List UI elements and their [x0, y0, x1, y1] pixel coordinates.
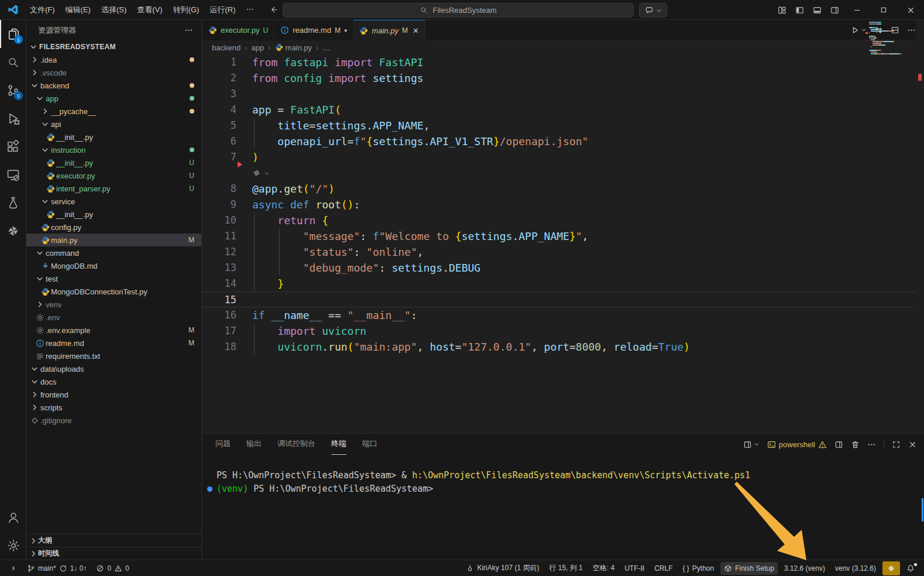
command-decoration[interactable] — [207, 486, 212, 492]
statusbar-cursor-position[interactable]: 行 15, 列 1 — [545, 562, 586, 575]
terminal[interactable]: PS H:\OwnProject\FilesReadSysteam> & h:\… — [217, 455, 912, 560]
copilot-button[interactable] — [639, 3, 667, 18]
close-panel-icon[interactable] — [908, 440, 917, 449]
statusbar-venv-version[interactable]: venv (3.12.6) — [832, 562, 880, 575]
tab-executor-py[interactable]: executor.pyU — [202, 20, 274, 40]
activitybar-remote-explorer[interactable] — [0, 160, 26, 188]
code-line-4[interactable]: 4app = FastAPI( — [202, 102, 924, 118]
code-line-5[interactable]: 5 title=settings.APP_NAME, — [202, 118, 924, 133]
statusbar-eol[interactable]: CRLF — [651, 562, 676, 575]
panel-tab-终端[interactable]: 终端 — [331, 434, 346, 455]
tree-file-readme-md[interactable]: readme.mdM — [26, 337, 201, 349]
breadcrumb-item[interactable]: backend — [212, 43, 241, 52]
tree-file--init-py[interactable]: __init__.pyU — [26, 156, 201, 169]
tree-folder-service[interactable]: service — [26, 195, 201, 208]
sidebar-section-outline[interactable]: 大纲 — [26, 534, 201, 547]
tree-file-requirements-txt[interactable]: requirements.txt — [26, 349, 201, 362]
code-line-1[interactable]: 1from fastapi import FastAPI — [202, 54, 924, 70]
more-actions-icon[interactable] — [184, 26, 193, 35]
close-tab-icon[interactable]: ✕ — [413, 26, 419, 35]
statusbar-finish-setup[interactable]: Finish Setup — [720, 562, 778, 575]
activitybar-run-and-debug[interactable] — [0, 104, 26, 132]
toggle-panel-icon[interactable] — [808, 0, 826, 20]
tree-file--env-example[interactable]: .env.exampleM — [26, 324, 201, 337]
sidebar-section-timeline[interactable]: 时间线 — [26, 547, 201, 560]
code-line-6[interactable]: 6 openapi_url=f"{settings.API_V1_STR}/op… — [202, 133, 924, 149]
tree-folder--vscode[interactable]: .vscode — [26, 66, 201, 79]
tree-folder-command[interactable]: command — [26, 246, 201, 259]
tree-folder-instruction[interactable]: instruction — [26, 143, 201, 156]
maximize-button[interactable] — [870, 0, 897, 20]
code-line-14[interactable]: 14 } — [202, 276, 924, 292]
statusbar-notifications[interactable] — [903, 562, 918, 575]
tree-folder-scripts[interactable]: scripts — [26, 401, 201, 414]
tree-file-executor-py[interactable]: executor.pyU — [26, 169, 201, 182]
panel-tab-端口[interactable]: 端口 — [362, 434, 377, 455]
breadcrumb-item[interactable]: main.py — [275, 43, 312, 52]
statusbar-extension-gold[interactable] — [882, 561, 900, 575]
statusbar-indentation[interactable]: 空格: 4 — [589, 562, 618, 575]
code-line-13[interactable]: 13 "debug_mode": settings.DEBUG — [202, 260, 924, 276]
split-terminal-icon[interactable] — [834, 440, 843, 449]
tree-file-mongodb-md[interactable]: MongoDB.md — [26, 259, 201, 272]
command-center-search[interactable]: FilesReadSysteam — [283, 3, 634, 18]
code-line-12[interactable]: 12 "status": "online", — [202, 244, 924, 260]
tab-main-py[interactable]: main.pyM✕ — [353, 20, 425, 40]
tree-folder--pycache-[interactable]: __pycache__ — [26, 105, 201, 118]
activitybar-source-control[interactable]: 9 — [0, 76, 26, 104]
code-line-10[interactable]: 10 return { — [202, 212, 924, 228]
customize-layout-icon[interactable] — [773, 0, 791, 20]
code-line-2[interactable]: 2from config import settings — [202, 70, 924, 86]
tree-file-intent-parser-py[interactable]: intent_parser.pyU — [26, 182, 201, 195]
tree-file--gitignore[interactable]: .gitignore — [26, 414, 201, 427]
statusbar-branch-status[interactable]: main*1↓ 0↑ — [23, 562, 90, 575]
nav-back-icon[interactable] — [269, 5, 278, 14]
tab-readme-md[interactable]: readme.mdM● — [274, 20, 353, 40]
tree-root[interactable]: FILESREADSYSTEAM — [26, 40, 201, 53]
statusbar-python-version[interactable]: 3.12.6 (venv) — [781, 562, 829, 575]
panel-tab-输出[interactable]: 输出 — [246, 434, 262, 455]
tree-folder-venv[interactable]: venv — [26, 298, 201, 311]
tree-file-config-py[interactable]: config.py — [26, 221, 201, 234]
activitybar-search[interactable] — [0, 48, 26, 76]
launch-profile-button[interactable] — [743, 440, 760, 449]
tree-file--init-py[interactable]: __init__.py — [26, 208, 201, 221]
code-line-7[interactable]: 7) — [202, 149, 924, 165]
maximize-panel-icon[interactable] — [892, 440, 901, 449]
menu-item-7[interactable]: ⋯ — [241, 3, 259, 17]
tree-file-mongodbconnectiontest-py[interactable]: MongoDBConnectionTest.py — [26, 285, 201, 298]
tree-folder--idea[interactable]: .idea — [26, 53, 201, 66]
code-line-9[interactable]: 9async def root(): — [202, 197, 924, 212]
activitybar-accounts[interactable] — [0, 503, 26, 532]
statusbar-git-blame[interactable]: KiriAky 107 (1 周前) — [462, 562, 542, 575]
code-line-8[interactable]: 8@app.get("/") — [202, 181, 924, 197]
tree-folder-app[interactable]: app — [26, 92, 201, 105]
statusbar-remote-indicator[interactable] — [6, 562, 21, 575]
menu-item-6[interactable]: 运行(R) — [204, 3, 241, 17]
code-line-17[interactable]: 17 import uvicorn — [202, 323, 924, 339]
breadcrumb-item[interactable]: … — [322, 43, 330, 52]
activitybar-ai-extension[interactable] — [0, 217, 26, 245]
tree-folder-test[interactable]: test — [26, 272, 201, 285]
toggle-sidebar-icon[interactable] — [791, 0, 808, 20]
menu-item-3[interactable]: 选择(S) — [96, 3, 132, 17]
statusbar-problems-status[interactable]: 00 — [92, 562, 132, 575]
tree-file--env[interactable]: .env — [26, 311, 201, 324]
code-line-16[interactable]: 16if __name__ == "__main__": — [202, 307, 924, 323]
menu-item-5[interactable]: 转到(G) — [168, 3, 205, 17]
panel-tab-问题[interactable]: 问题 — [215, 434, 231, 455]
terminal-scrollbar[interactable] — [922, 498, 923, 522]
breadcrumb-item[interactable]: app — [252, 43, 265, 52]
statusbar-language-mode[interactable]: { }Python — [679, 562, 717, 575]
menu-item-4[interactable]: 查看(V) — [132, 3, 167, 17]
code-line-3[interactable]: 3 — [202, 86, 924, 102]
run-python-button[interactable] — [850, 26, 867, 35]
activitybar-extensions[interactable] — [0, 132, 26, 160]
activitybar-manage[interactable] — [0, 532, 26, 560]
activitybar-testing[interactable] — [0, 188, 26, 217]
tree-folder-backend[interactable]: backend — [26, 79, 201, 92]
tree-folder-docs[interactable]: docs — [26, 375, 201, 388]
statusbar-encoding[interactable]: UTF-8 — [621, 562, 648, 575]
inline-suggestion-widget[interactable] — [202, 165, 924, 181]
kill-terminal-icon[interactable] — [851, 440, 860, 449]
